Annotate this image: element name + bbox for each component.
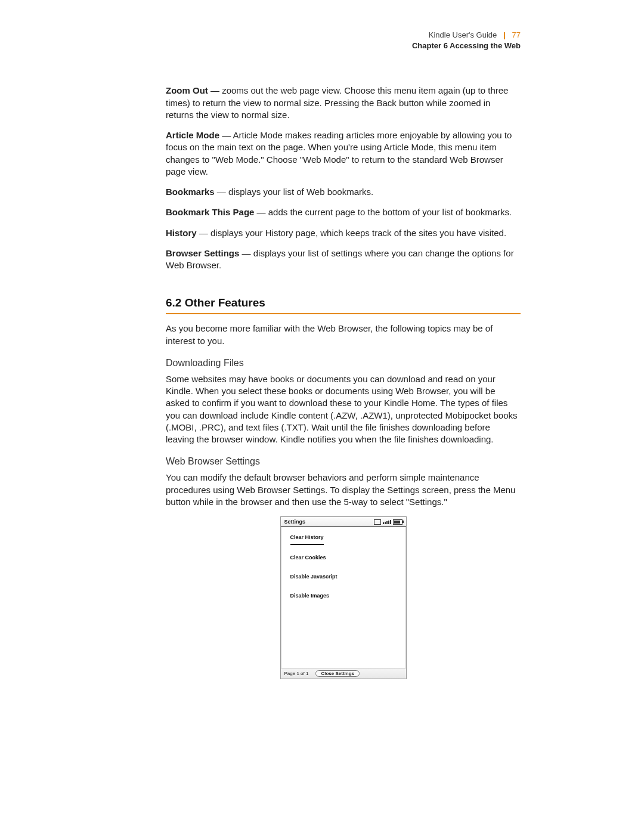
section-intro: As you become more familiar with the Web… — [166, 323, 521, 347]
kindle-item-clear-cookies[interactable]: Clear Cookies — [290, 551, 326, 564]
kindle-item-disable-images[interactable]: Disable Images — [290, 589, 330, 602]
text-history: — displays your History page, which keep… — [197, 228, 506, 238]
header-divider — [504, 32, 505, 39]
term-history: History — [166, 228, 197, 238]
kindle-item-disable-javascript[interactable]: Disable Javascript — [290, 570, 338, 583]
paragraph-web-browser-settings: You can modify the default browser behav… — [166, 472, 521, 508]
term-bookmarks: Bookmarks — [166, 187, 215, 197]
document-page: Kindle User's Guide 77 Chapter 6 Accessi… — [166, 30, 521, 679]
page-header: Kindle User's Guide 77 Chapter 6 Accessi… — [166, 30, 521, 51]
kindle-footer-page: Page 1 of 1 — [284, 671, 309, 676]
term-bookmark-this-page: Bookmark This Page — [166, 207, 254, 217]
definition-browser-settings: Browser Settings — displays your list of… — [166, 247, 521, 272]
signal-icon — [383, 520, 391, 524]
section-heading-other-features: 6.2 Other Features — [166, 296, 521, 314]
subheading-downloading-files: Downloading Files — [166, 358, 521, 368]
text-zoom-out: — zooms out the web page view. Choose th… — [166, 85, 508, 120]
kindle-close-settings-button[interactable]: Close Settings — [315, 670, 360, 677]
kindle-footer: Page 1 of 1 Close Settings — [281, 668, 406, 679]
subheading-web-browser-settings: Web Browser Settings — [166, 456, 521, 467]
definition-history: History — displays your History page, wh… — [166, 227, 521, 239]
kindle-topbar: Settings — [281, 517, 406, 527]
text-bookmark-this-page: — adds the current page to the bottom of… — [254, 207, 512, 217]
kindle-settings-list: Clear History Clear Cookies Disable Java… — [281, 527, 406, 668]
page-number: 77 — [512, 30, 521, 39]
definition-zoom-out: Zoom Out — zooms out the web page view. … — [166, 85, 521, 121]
chapter-title: Chapter 6 Accessing the Web — [166, 41, 521, 51]
term-article-mode: Article Mode — [166, 130, 219, 140]
definition-bookmarks: Bookmarks — displays your list of Web bo… — [166, 186, 521, 198]
section-rule-spacer — [166, 314, 521, 323]
kindle-status-icons — [374, 519, 402, 525]
definition-article-mode: Article Mode — Article Mode makes readin… — [166, 129, 521, 178]
term-browser-settings: Browser Settings — [166, 248, 239, 258]
definition-bookmark-this-page: Bookmark This Page — adds the current pa… — [166, 206, 521, 218]
guide-title: Kindle User's Guide — [429, 30, 497, 39]
text-bookmarks: — displays your list of Web bookmarks. — [215, 187, 373, 197]
kindle-item-clear-history[interactable]: Clear History — [290, 531, 324, 545]
kindle-screen-title: Settings — [284, 519, 306, 525]
battery-icon — [393, 519, 402, 525]
keyboard-icon — [374, 519, 381, 525]
header-line-1: Kindle User's Guide 77 — [166, 30, 521, 41]
kindle-settings-figure: Settings Clear History Clear Cookies Dis… — [280, 516, 407, 679]
term-zoom-out: Zoom Out — [166, 85, 208, 95]
paragraph-downloading-files: Some websites may have books or document… — [166, 373, 521, 446]
